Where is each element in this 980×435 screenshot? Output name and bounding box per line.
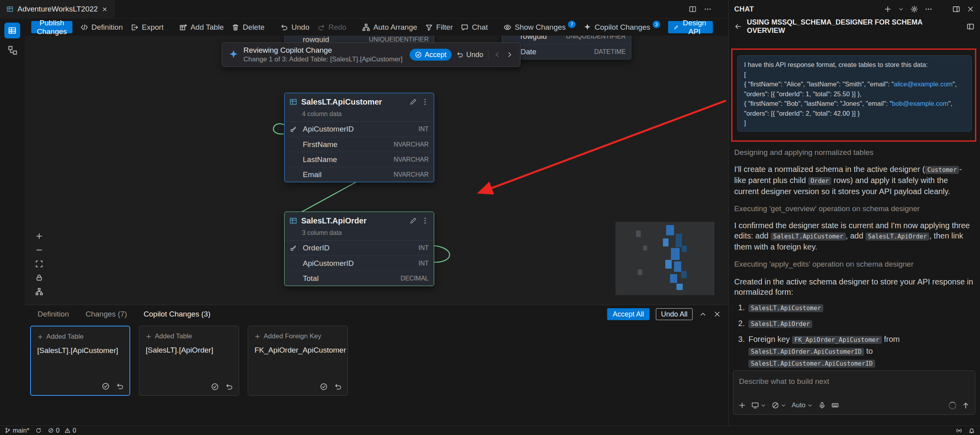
attach-screen-button[interactable] [751,401,766,409]
gear-icon[interactable] [910,5,918,13]
layout-icon[interactable] [967,23,974,31]
chevron-up-icon[interactable] [699,310,707,318]
previous-change-icon[interactable] [493,51,501,59]
change-card-apiorder[interactable]: Added Table [SalesLT].[ApiOrder] [139,326,239,396]
open-in-editor-icon[interactable] [952,5,960,13]
change-card-foreignkey[interactable]: Added Foreign Key FK_ApiOrder_ApiCustome… [248,326,348,396]
partial-table-right[interactable]: rowguid UNIQUEIDENTIFIER Date DATETIME [502,36,631,59]
broadcast-icon[interactable] [955,427,963,434]
zoom-in-button[interactable] [34,231,45,242]
undo-all-button[interactable]: Undo All [656,308,693,320]
next-change-icon[interactable] [506,51,514,59]
undo-change-button[interactable]: Undo [456,51,483,59]
design-api-button[interactable]: Design API [668,21,713,33]
column-row[interactable]: ApiCustomerID INT [285,256,434,271]
trash-icon [232,23,239,31]
schema-canvas[interactable]: rowguid UNIQUEIDENTIFIER rowguid UNIQUEI… [25,36,728,305]
git-branch-item[interactable]: main* [5,427,29,434]
warning-icon [65,427,70,433]
table-node-apiorder[interactable]: SalesLT.ApiOrder 3 column data OrderID I… [284,212,434,286]
chat-input-toolbar: Auto [738,399,970,411]
filter-button[interactable]: Filter [425,23,453,32]
tab-copilot-changes[interactable]: Copilot Changes (3) [144,310,211,319]
change-card-apicustomer[interactable]: Added Table [SalesLT].[ApiCustomer] [30,326,130,396]
schema-diagram-view-button[interactable] [6,44,19,57]
lock-canvas-button[interactable] [34,272,45,283]
user-message-bubble: I have this API response format, create … [737,55,972,132]
app-window: AdventureWorksLT2022 Publish Changes Def… [0,0,980,435]
undo-button[interactable]: Undo [280,23,309,32]
show-changes-button[interactable]: Show Changes 7 [503,23,575,32]
mode-label: Auto [792,401,805,409]
schema-designer-view-button[interactable] [4,23,20,38]
bell-icon[interactable] [968,427,975,434]
undo-change-icon[interactable] [225,383,233,391]
close-chat-icon[interactable] [967,5,974,13]
add-table-button[interactable]: Add Table [179,23,224,32]
column-row[interactable]: FirstName NVARCHAR [285,137,434,152]
primary-key-icon [290,244,297,252]
tab-definition[interactable]: Definition [38,310,69,319]
edit-pencil-icon[interactable] [409,98,417,106]
accept-change-icon[interactable] [102,382,110,390]
accept-change-icon[interactable] [211,383,219,391]
accept-change-icon[interactable] [320,383,328,391]
chat-input[interactable] [739,375,969,388]
new-chat-icon[interactable] [884,5,892,13]
close-panel-icon[interactable] [713,310,721,318]
chat-button[interactable]: Chat [461,23,488,32]
kebab-menu-icon[interactable] [421,217,429,225]
auto-arrange-button[interactable]: Auto Arrange [362,23,417,32]
accept-change-button[interactable]: Accept [410,49,452,61]
sync-icon[interactable] [36,427,42,433]
mode-picker[interactable]: Auto [792,401,813,409]
export-button[interactable]: Export [131,23,163,32]
copilot-changes-button[interactable]: Copilot Changes 3 [583,23,660,32]
more-actions-icon[interactable] [925,5,933,13]
split-editor-icon[interactable] [689,5,697,13]
column-row[interactable]: OrderID INT [285,240,434,256]
chevron-down-icon[interactable] [898,6,904,12]
auto-arrange-icon [362,23,370,31]
column-type: NVARCHAR [393,141,429,148]
list-item: SalesLT.ApiCustomer [737,302,974,314]
undo-change-icon[interactable] [116,382,124,390]
add-context-icon[interactable] [738,401,746,409]
kebab-menu-icon[interactable] [421,98,429,106]
changes-panel: Definition Changes (7) Copilot Changes (… [25,305,728,425]
publish-changes-button[interactable]: Publish Changes [31,21,72,33]
column-row[interactable]: Email NVARCHAR [285,167,434,182]
tools-button[interactable] [771,401,786,409]
canvas-controls [34,231,45,297]
message-line: ] [744,118,965,128]
send-icon[interactable] [961,401,970,410]
edit-pencil-icon[interactable] [409,217,417,225]
problems-item[interactable]: 0 0 [48,427,76,434]
undo-change-icon[interactable] [334,383,342,391]
more-actions-icon[interactable] [704,5,712,13]
keyboard-icon[interactable] [831,401,839,409]
table-node-apicustomer[interactable]: SalesLT.ApiCustomer 4 column data ApiCus… [284,93,434,182]
change-kind: Added Table [46,333,84,341]
redo-button[interactable]: Redo [317,23,346,32]
close-icon[interactable] [102,6,108,12]
column-name: Total [303,274,397,283]
tab-changes[interactable]: Changes (7) [85,310,127,319]
minimap[interactable] [615,222,714,295]
message-line: "orders": [{ "orderId": 2, "total": 42.0… [744,109,965,118]
column-row[interactable]: Total DECIMAL [285,271,434,286]
delete-button[interactable]: Delete [232,23,264,32]
zoom-out-button[interactable] [34,244,45,256]
status-bar-right [955,427,975,434]
column-name: LastName [303,155,390,164]
auto-layout-button[interactable] [34,286,45,297]
accept-all-button[interactable]: Accept All [607,308,650,320]
tab-adventureworks[interactable]: AdventureWorksLT2022 [0,0,114,19]
back-arrow-icon[interactable] [734,23,742,31]
column-row[interactable]: ApiCustomerID INT [285,122,434,137]
mic-icon[interactable] [818,401,826,409]
column-name: ApiCustomerID [303,259,415,268]
definition-button[interactable]: Definition [80,23,123,32]
fit-view-button[interactable] [34,258,45,269]
column-row[interactable]: LastName NVARCHAR [285,152,434,167]
